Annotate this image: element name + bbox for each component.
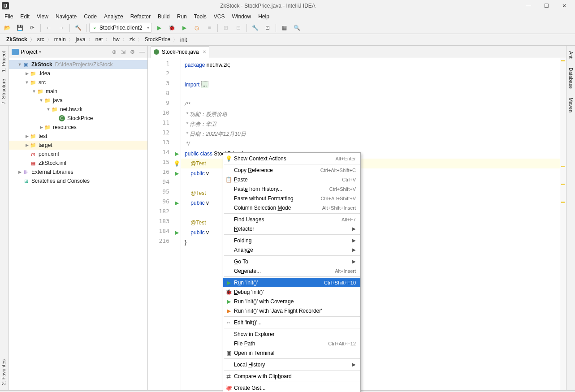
context-menu-paste[interactable]: 📋PasteCtrl+V — [223, 175, 360, 184]
build-icon[interactable]: 🔨 — [73, 23, 83, 33]
error-stripe[interactable] — [560, 58, 566, 390]
minimize-button[interactable]: — — [523, 2, 534, 9]
line-number[interactable]: 8 — [148, 90, 173, 99]
menu-code[interactable]: Code — [81, 13, 99, 21]
code-line[interactable]: */ — [185, 139, 556, 149]
context-menu-edit-init[interactable]: ↔Edit 'init()'... — [223, 318, 360, 327]
context-menu-run-init[interactable]: ▶Run 'init()'Ctrl+Shift+F10 — [223, 278, 360, 287]
maximize-button[interactable]: ☐ — [541, 2, 552, 9]
gear-icon[interactable]: ⚙ — [130, 49, 135, 55]
line-number[interactable]: 13 — [148, 139, 173, 149]
favorites-tool-button[interactable]: 2: Favorites — [0, 356, 7, 388]
code-line[interactable] — [185, 70, 556, 80]
line-number[interactable]: 184 — [148, 228, 173, 237]
tree-item-src[interactable]: ▼📁src — [9, 78, 147, 87]
line-number[interactable]: 10 — [148, 109, 173, 119]
menu-edit[interactable]: Edit — [17, 13, 32, 21]
tree-item-scratches-and-consoles[interactable]: ⊞Scratches and Consoles — [9, 177, 147, 185]
line-number[interactable]: 183 — [148, 218, 173, 228]
context-menu-compare-with-clipboard[interactable]: ⇄Compare with Clipboard — [223, 371, 360, 381]
settings-icon[interactable]: 🔧 — [250, 23, 260, 33]
close-button[interactable]: ✕ — [559, 2, 570, 9]
project-tree[interactable]: ▼▣ZkStockD:\IdeaProjects\ZkStock▶📁.idea▼… — [9, 58, 147, 390]
gutter-run-icon[interactable]: ▶ — [173, 198, 181, 208]
context-menu-folding[interactable]: Folding▶ — [223, 236, 360, 245]
tree-item-zkstock[interactable]: ▼▣ZkStockD:\IdeaProjects\ZkStock — [9, 60, 147, 69]
breadcrumb-java[interactable]: java — [73, 36, 93, 43]
menu-view[interactable]: View — [34, 13, 51, 21]
breadcrumb-src[interactable]: src — [35, 36, 52, 43]
chevron-down-icon[interactable]: ▾ — [39, 49, 41, 54]
context-menu-file-path[interactable]: File PathCtrl+Alt+F12 — [223, 339, 360, 348]
code-line[interactable]: package net.hw.zk; — [185, 60, 556, 70]
breadcrumb-zkstock[interactable]: ZkStock — [4, 36, 35, 43]
sync-icon[interactable]: ⟳ — [27, 23, 38, 33]
code-line[interactable]: * 功能：股票价格 — [185, 109, 556, 119]
context-menu-paste-from-history[interactable]: Paste from History...Ctrl+Shift+V — [223, 184, 360, 194]
gutter-bulb-icon[interactable]: 💡 — [173, 159, 181, 168]
tree-item-external-libraries[interactable]: ▶⊪External Libraries — [9, 168, 147, 177]
tree-item-target[interactable]: ▶📁target — [9, 141, 147, 150]
run-icon[interactable]: ▶ — [154, 23, 164, 33]
line-number[interactable]: 1 — [148, 60, 173, 70]
attach-icon[interactable]: ⊞ — [220, 23, 231, 33]
open-icon[interactable]: 📂 — [2, 23, 13, 33]
attach2-icon[interactable]: ⊟ — [233, 23, 244, 33]
context-menu-refactor[interactable]: Refactor▶ — [223, 224, 360, 233]
back-icon[interactable]: ← — [43, 23, 54, 33]
breadcrumb-main[interactable]: main — [52, 36, 73, 43]
menu-refactor[interactable]: Refactor — [128, 13, 153, 21]
line-number-gutter[interactable]: 1238910111213141516949596182183184216 — [148, 58, 173, 390]
tree-item-test[interactable]: ▶📁test — [9, 132, 147, 141]
tree-item-resources[interactable]: ▶📁resources — [9, 123, 147, 132]
line-number[interactable]: 96 — [148, 198, 173, 208]
line-number[interactable]: 12 — [148, 129, 173, 139]
line-number[interactable]: 11 — [148, 119, 173, 129]
code-line[interactable]: /** — [185, 99, 556, 109]
context-menu-go-to[interactable]: Go To▶ — [223, 257, 360, 266]
breadcrumb-stockprice[interactable]: StockPrice — [142, 36, 177, 43]
line-number[interactable]: 14 — [148, 149, 173, 159]
context-menu-run-init-with-java-flight-recorder[interactable]: ▶Run 'init()' with 'Java Flight Recorder… — [223, 306, 360, 315]
gutter-run-icon[interactable]: ▶ — [173, 228, 181, 237]
context-menu-run-init-with-coverage[interactable]: ▶Run 'init()' with Coverage — [223, 297, 360, 306]
tree-item-zkstock-iml[interactable]: ▦ZkStock.iml — [9, 159, 147, 168]
gutter-run-icon[interactable]: ▶ — [173, 168, 181, 178]
menu-build[interactable]: Build — [155, 13, 173, 21]
layout-icon[interactable]: ▦ — [279, 23, 290, 33]
context-menu-local-history[interactable]: Local History▶ — [223, 360, 360, 369]
debug-icon[interactable]: 🐞 — [166, 23, 177, 33]
code-line[interactable] — [185, 90, 556, 99]
hide-icon[interactable]: — — [139, 49, 145, 55]
line-number[interactable]: 94 — [148, 178, 173, 188]
line-number[interactable]: 3 — [148, 80, 173, 90]
context-menu-open-in-terminal[interactable]: ▣Open in Terminal — [223, 348, 360, 358]
code-line[interactable]: * 作者：华卫 — [185, 119, 556, 129]
breadcrumb-zk[interactable]: zk — [127, 36, 142, 43]
tree-item-stockprice[interactable]: CStockPrice — [9, 114, 147, 123]
context-menu-generate[interactable]: Generate...Alt+Insert — [223, 266, 360, 276]
menu-navigate[interactable]: Navigate — [53, 13, 79, 21]
line-number[interactable]: 15 — [148, 159, 173, 168]
tree-item-net-hw-zk[interactable]: ▼📁net.hw.zk — [9, 105, 147, 114]
run-config-selector[interactable]: StockPrice.client2 — [89, 23, 152, 33]
coverage-icon[interactable]: ▶ — [179, 23, 190, 33]
menu-run[interactable]: Run — [174, 13, 190, 21]
maven-tool-button[interactable]: Maven — [566, 94, 575, 116]
ant-tool-button[interactable]: Ant — [566, 47, 575, 62]
search-icon[interactable]: 🔍 — [291, 23, 302, 33]
line-number[interactable]: 182 — [148, 208, 173, 218]
tree-item-java[interactable]: ▼📁java — [9, 96, 147, 105]
menu-window[interactable]: Window — [229, 13, 254, 21]
tree-item-main[interactable]: ▼📁main — [9, 87, 147, 96]
save-icon[interactable]: 💾 — [14, 23, 25, 33]
tree-item-pom-xml[interactable]: mpom.xml — [9, 150, 147, 159]
code-line[interactable]: import ... — [185, 80, 556, 90]
context-menu-debug-init[interactable]: 🐞Debug 'init()' — [223, 287, 360, 297]
structure-tool-button[interactable]: 7: Structure — [0, 75, 7, 108]
project-tool-button[interactable]: 1: Project — [0, 47, 7, 75]
line-number[interactable]: 2 — [148, 70, 173, 80]
icon-gutter[interactable]: ▶💡▶▶▶ — [173, 58, 181, 390]
line-number[interactable]: 95 — [148, 188, 173, 198]
menu-analyze[interactable]: Analyze — [101, 13, 126, 21]
